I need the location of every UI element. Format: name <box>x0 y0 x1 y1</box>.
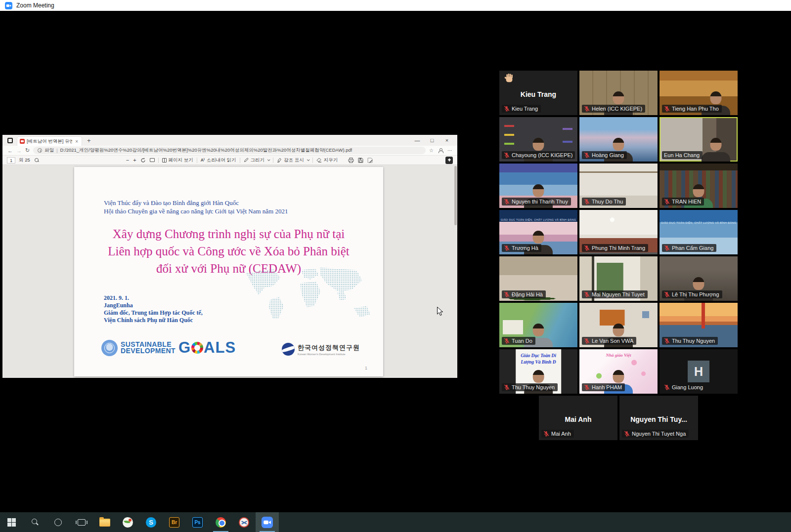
participant-tile[interactable]: HGiang Luong <box>659 349 738 394</box>
sdg-logo: SUSTAINABLE DEVELOPMENT GALS <box>101 339 236 357</box>
task-view-button[interactable] <box>70 512 93 532</box>
participant-name-label: Phung Thi Minh Trang <box>582 244 648 252</box>
cortana-button[interactable] <box>46 512 70 532</box>
close-icon[interactable]: × <box>439 137 454 143</box>
participant-tile[interactable]: TRAN HIEN <box>659 164 738 208</box>
document-scrollbar[interactable] <box>454 166 457 225</box>
draw-button[interactable]: 그리기 <box>244 157 270 164</box>
highlight-button[interactable]: 강조 표시 <box>277 157 309 164</box>
participant-tile[interactable]: Nguyen thi Thanh Thuy <box>499 164 577 208</box>
window-menu-icon[interactable] <box>7 138 13 143</box>
participant-name-label: Hanh PHAM <box>582 383 625 391</box>
page-number-input[interactable]: 1 <box>7 157 15 164</box>
participant-name-text: Kieu Trang <box>512 106 538 112</box>
participant-name-text: Nguyen Thi Tuyet Nga <box>632 431 686 437</box>
participant-tile[interactable]: Kieu TrangKieu Trang <box>499 71 577 115</box>
refresh-icon[interactable]: ↻ <box>25 147 30 154</box>
presentation-slide: Viện Thúc đẩy và Đào tạo Bình đẳng giới … <box>74 167 383 376</box>
participant-name-label: Nguyen thi Thanh Thuy <box>502 198 571 205</box>
participant-tile[interactable]: Hoàng Giang <box>579 117 658 162</box>
muted-mic-icon <box>664 106 670 112</box>
fit-page-icon[interactable] <box>150 158 155 162</box>
participant-tile[interactable]: Thuy Do Thu <box>579 164 658 208</box>
zoom-meeting-screen: Zoom Meeting [베트남어 번역본] 유엔 내 여성: × + — □… <box>0 0 791 532</box>
maximize-icon[interactable]: □ <box>425 137 439 143</box>
back-icon[interactable]: ← <box>7 148 13 154</box>
save-icon[interactable] <box>358 158 363 163</box>
participant-name-label: Kieu Trang <box>502 105 541 113</box>
erase-button[interactable]: 지우기 <box>316 157 338 164</box>
zoom-app-icon <box>262 517 273 528</box>
page-view-button[interactable]: 페이지 보기 <box>162 157 193 164</box>
participant-name-text: Thu Thuy Nguyen <box>512 384 555 390</box>
print-icon[interactable] <box>348 158 354 163</box>
search-icon[interactable] <box>35 158 39 162</box>
taskbar-search-button[interactable] <box>23 512 46 532</box>
search-icon <box>32 519 39 526</box>
pin-toolbar-button[interactable] <box>445 157 453 164</box>
muted-mic-icon <box>664 338 670 344</box>
participant-tile[interactable]: Đặng Hải Hà <box>499 256 577 301</box>
muted-mic-icon <box>584 384 590 390</box>
skype-button[interactable]: S <box>139 512 163 532</box>
url-field[interactable]: 파일 | D:/2021_개인/양평원%20연수%20강의/[베트남어%20번역… <box>33 147 426 154</box>
browser-tab-strip: [베트남어 번역본] 유엔 내 여성: × + — □ × <box>2 135 457 146</box>
adobe-bridge-button[interactable]: Br <box>163 512 186 532</box>
participant-tile[interactable]: Thu Thuy Nguyen <box>659 303 738 347</box>
participant-name-label: Trương Hà <box>502 244 541 252</box>
participant-tile[interactable]: Le Van Son VWA <box>579 303 658 347</box>
slide-org-header: Viện Thúc đẩy và Đào tạo Bình đẳng giới … <box>104 199 288 215</box>
plant-app-button[interactable] <box>116 512 139 532</box>
muted-mic-icon <box>504 338 510 344</box>
participant-tile[interactable]: Chayoung (ICC KIGEPE) <box>499 117 577 162</box>
virtual-background-banner-text: GIÁO DỤC TOÀN DIỆN, CHẤT LƯỢNG VÀ BÌNH Đ… <box>659 221 738 224</box>
participant-name-text: Phung Thi Minh Trang <box>592 245 645 251</box>
info-icon[interactable] <box>38 148 42 153</box>
rotate-icon[interactable] <box>140 158 146 163</box>
participant-tile[interactable]: Tieng Han Phu Tho <box>659 71 738 115</box>
save-as-icon[interactable] <box>367 158 373 163</box>
pdf-document-area[interactable]: Viện Thúc đẩy và Đào tạo Bình đẳng giới … <box>2 165 457 378</box>
browser-tab[interactable]: [베트남어 번역본] 유엔 내 여성: × <box>17 136 82 146</box>
chrome-button[interactable] <box>209 512 232 532</box>
new-tab-icon[interactable]: + <box>87 137 91 144</box>
participant-tile[interactable]: Giáo Dục Toàn DiLượng Và Bình ĐThu Thuy … <box>499 349 577 394</box>
participant-tile[interactable]: Lê Thị Thu Phượng <box>659 256 738 301</box>
profile-icon[interactable] <box>438 148 443 153</box>
participant-name-label: Helen (ICC KIGEPE) <box>582 105 645 113</box>
participant-tile[interactable]: Mai Nguyen Thi Tuyet <box>579 256 658 301</box>
zoom-out-icon[interactable]: − <box>126 157 129 163</box>
close-tab-icon[interactable]: × <box>74 139 79 144</box>
photoshop-button[interactable]: Ps <box>186 512 209 532</box>
participant-tile[interactable]: Tuan Do <box>499 303 577 347</box>
participant-tile[interactable]: Mai AnhMai Anh <box>539 396 617 440</box>
forward-icon[interactable]: → <box>16 148 22 154</box>
pdf-favicon-icon <box>20 139 25 144</box>
participant-tile[interactable]: Nhà giáo ViệtHanh PHAM <box>579 349 658 394</box>
silhouette-head <box>693 184 704 197</box>
participant-tile[interactable]: GIÁO DỤC TOÀN DIỆN, CHẤT LƯỢNG VÀ BÌNH Đ… <box>659 210 738 254</box>
participant-tile[interactable]: Eun Ha Chang <box>659 117 738 162</box>
participant-tile[interactable]: Phung Thi Minh Trang <box>579 210 658 254</box>
minimize-icon[interactable]: — <box>410 137 425 143</box>
participant-name-text: Mai Nguyen Thi Tuyet <box>592 291 645 297</box>
zoom-taskbar-button[interactable] <box>256 512 279 532</box>
start-button[interactable] <box>0 512 23 532</box>
more-options-icon[interactable]: ⋯ <box>447 148 452 153</box>
participant-name-text: Hoàng Giang <box>592 152 624 158</box>
participant-name-text: Eun Ha Chang <box>664 152 700 158</box>
silhouette-head <box>533 370 544 383</box>
read-aloud-button[interactable]: A⁾ 소리내어 읽기 <box>201 157 236 164</box>
snipping-app-button[interactable] <box>232 512 256 532</box>
silhouette-head <box>613 91 624 104</box>
participant-tile[interactable]: Helen (ICC KIGEPE) <box>579 71 658 115</box>
favorites-star-icon[interactable]: ☆ <box>429 148 434 153</box>
zoom-in-icon[interactable]: + <box>133 157 136 163</box>
muted-mic-icon <box>664 245 670 251</box>
file-explorer-button[interactable] <box>93 512 116 532</box>
silhouette-head <box>613 324 624 336</box>
participant-tile[interactable]: GIÁO DỤC TOÀN DIỆN, CHẤT LƯỢNG VÀ BÌNH Đ… <box>499 210 577 254</box>
participant-tile[interactable]: Nguyen Thi Tuy...Nguyen Thi Tuyet Nga <box>619 396 698 440</box>
toolbar-divider <box>273 158 273 163</box>
chevron-down-icon <box>307 158 310 161</box>
